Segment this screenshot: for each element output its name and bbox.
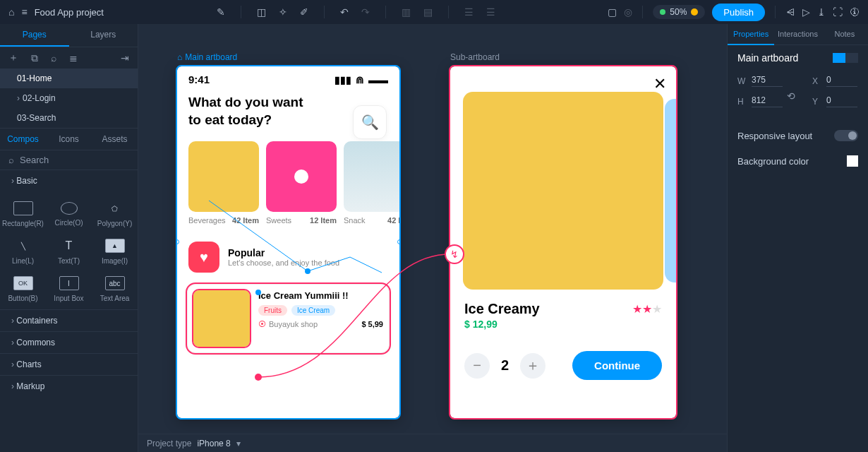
plus-badge-icon [691, 8, 698, 16]
tool-wand-icon[interactable]: ✧ [279, 6, 287, 18]
export-page-icon[interactable]: ⇥ [121, 52, 129, 64]
artboard-sub[interactable]: ✕ Ice Creamy ★★★ $ 12,99 − 2 ＋ Continue [450, 66, 676, 418]
headline: What do you want to eat today? [177, 88, 318, 129]
comp-line[interactable]: ╲Line(L) [0, 232, 46, 269]
list-page-icon[interactable]: ≣ [69, 52, 78, 64]
comp-textarea[interactable]: abcText Area [92, 269, 138, 307]
detail-title: Ice Creamy [464, 301, 540, 317]
tool-brush-icon[interactable]: ✐ [300, 6, 308, 18]
project-name: Food App project [35, 7, 104, 18]
qty-value: 2 [495, 357, 514, 374]
rtab-interactions[interactable]: Interactions [774, 24, 821, 45]
cat-beverages[interactable]: Beverages42 Item [188, 141, 259, 225]
comp-rectangle[interactable]: Rectangle(R) [0, 194, 46, 232]
signal-icon: ▮▮▮ [334, 74, 351, 85]
heart-icon: ♥ [188, 242, 219, 273]
cat-sweets[interactable]: Sweets12 Item [266, 141, 337, 225]
search-page-icon[interactable]: ⌕ [51, 52, 56, 64]
help-icon[interactable]: 🛈 [850, 6, 860, 18]
align-h2-icon[interactable]: ▤ [423, 6, 433, 18]
comp-button[interactable]: OKButton(B) [0, 269, 46, 307]
bg-label: Background color [737, 156, 809, 167]
artboard-label-main[interactable]: ⌂ Main artboard [177, 52, 237, 62]
top-toolbar: ⌂ ≡ Food App project ✎ ◫ ✧ ✐ ↶ ↷ ▥ ▤ ☰ ☰… [0, 0, 868, 24]
qty-minus[interactable]: − [464, 353, 490, 379]
comp-image[interactable]: ▲Image(I) [92, 232, 138, 269]
tool-pencil-icon[interactable]: ✎ [217, 6, 225, 18]
link-dims-icon[interactable]: ⟲ [787, 90, 868, 102]
location-icon: ⦿ [258, 320, 266, 328]
comp-input[interactable]: IInput Box [46, 269, 92, 307]
group-charts[interactable]: Charts [0, 353, 138, 375]
target-icon[interactable]: ◎ [624, 6, 632, 18]
tool-crop-icon[interactable]: ◫ [257, 6, 266, 18]
rating-stars: ★★★ [632, 302, 662, 316]
product-card[interactable]: Ice Cream Yummiii !! Fruits Ice Cream ⦿B… [187, 284, 390, 353]
artboard-label-sub[interactable]: Sub-artboard [450, 52, 500, 62]
close-icon[interactable]: ✕ [653, 75, 666, 93]
height-input[interactable]: 812 [752, 95, 783, 107]
libtab-icons[interactable]: Icons [46, 129, 92, 150]
chevron-down-icon[interactable]: ▾ [236, 439, 241, 448]
continue-button[interactable]: Continue [572, 351, 662, 380]
cat-snack[interactable]: Snack42 Item [344, 141, 399, 225]
publish-button[interactable]: Publish [712, 4, 765, 21]
search-button[interactable]: 🔍 [353, 105, 387, 139]
popular-header: ♥ Popular Let's choose, and enjoy the fo… [188, 242, 388, 273]
link-icon[interactable]: ↯ [445, 244, 464, 264]
canvas-area[interactable]: ⌂ Main artboard Sub-artboard 9:41 ▮▮▮ ⋒ … [138, 24, 727, 452]
selection-name: Main artboard [737, 52, 798, 64]
align-h1-icon[interactable]: ▥ [402, 6, 411, 18]
download-icon[interactable]: ⤓ [817, 6, 826, 18]
hero-image [463, 92, 663, 290]
fullscreen-icon[interactable]: ⛶ [833, 6, 843, 18]
artboard-main[interactable]: 9:41 ▮▮▮ ⋒ ▬▬ What do you want to eat to… [177, 66, 399, 418]
align-v2-icon[interactable]: ☰ [486, 6, 495, 18]
rtab-properties[interactable]: Properties [728, 24, 774, 45]
battery-icon: ▬▬ [368, 74, 388, 85]
responsive-switch[interactable] [834, 130, 858, 141]
group-markup[interactable]: Markup [0, 375, 138, 397]
search-icon: ⌕ [8, 155, 14, 165]
orientation-toggle[interactable] [833, 53, 858, 63]
responsive-label: Responsive layout [737, 131, 812, 141]
detail-price: $ 12,99 [450, 317, 676, 330]
redo-icon[interactable]: ↷ [361, 6, 370, 18]
align-v1-icon[interactable]: ☰ [464, 6, 474, 18]
group-basic[interactable]: Basic [0, 170, 138, 191]
search-input[interactable]: Search [20, 155, 49, 165]
rtab-notes[interactable]: Notes [821, 24, 868, 45]
tab-layers[interactable]: Layers [69, 24, 138, 47]
duplicate-page-icon[interactable]: ⧉ [31, 52, 38, 64]
home-icon[interactable]: ⌂ [8, 6, 14, 18]
wifi-icon: ⋒ [356, 74, 364, 85]
menu-icon[interactable]: ≡ [21, 6, 27, 18]
libtab-compos[interactable]: Compos [0, 129, 46, 150]
undo-icon[interactable]: ↶ [340, 6, 349, 18]
zoom-control[interactable]: 50% [653, 5, 705, 19]
tab-pages[interactable]: Pages [0, 24, 69, 47]
bg-swatch[interactable] [847, 155, 858, 167]
page-item-home[interactable]: 01-Home [0, 69, 138, 88]
page-item-search[interactable]: 03-Search [0, 108, 138, 128]
comp-text[interactable]: TText(T) [46, 232, 92, 269]
play-icon[interactable]: ▷ [802, 6, 810, 18]
status-icons: ▮▮▮ ⋒ ▬▬ [334, 74, 388, 85]
product-price: $ 5,99 [361, 320, 383, 328]
share-icon[interactable]: ⩤ [785, 6, 795, 18]
magnifier-icon: 🔍 [361, 114, 379, 131]
libtab-assets[interactable]: Assets [92, 129, 138, 150]
comp-circle[interactable]: Circle(O) [46, 194, 92, 232]
qty-plus[interactable]: ＋ [520, 353, 545, 379]
x-input[interactable]: 0 [826, 75, 857, 87]
group-containers[interactable]: Containers [0, 309, 138, 331]
home-small-icon: ⌂ [177, 52, 182, 62]
comp-polygon[interactable]: ⬠Polygon(Y) [92, 194, 138, 232]
device-icon[interactable]: ▢ [608, 6, 617, 18]
tag-fruits: Fruits [258, 305, 287, 316]
add-page-icon[interactable]: ＋ [8, 52, 18, 64]
page-item-login[interactable]: ›02-Login [0, 88, 138, 108]
group-commons[interactable]: Commons [0, 331, 138, 353]
product-thumb [193, 290, 250, 347]
width-input[interactable]: 375 [752, 75, 783, 87]
